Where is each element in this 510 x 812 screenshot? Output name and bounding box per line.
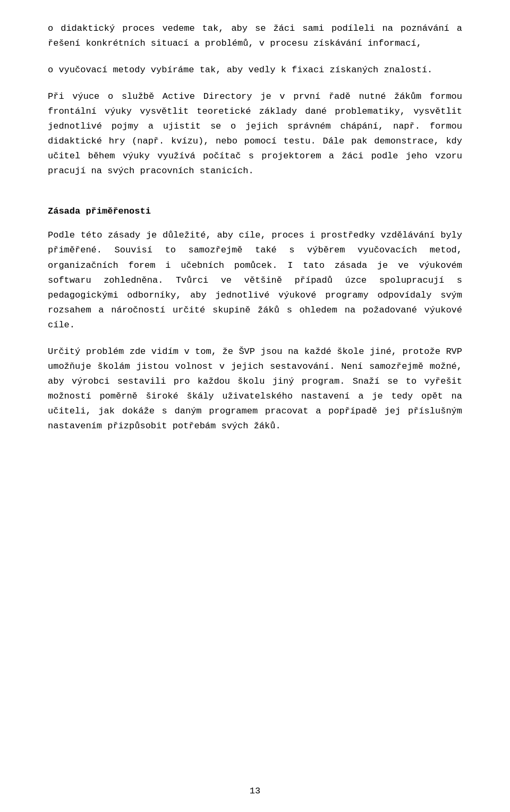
section-heading-zasada: Zásada přiměřenosti [48,206,462,216]
paragraph-1: o didaktický proces vedeme tak, aby se ž… [48,21,462,51]
paragraph-2: o vyučovací metody vybíráme tak, aby ved… [48,63,462,78]
paragraph-3: Při výuce o službě Active Directory je v… [48,89,462,179]
page-container: o didaktický proces vedeme tak, aby se ž… [0,0,510,812]
paragraph-5: Určitý problém zde vidím v tom, že ŠVP j… [48,344,462,434]
paragraph-4: Podle této zásady je důležité, aby cíle,… [48,228,462,332]
page-number: 13 [250,786,260,796]
